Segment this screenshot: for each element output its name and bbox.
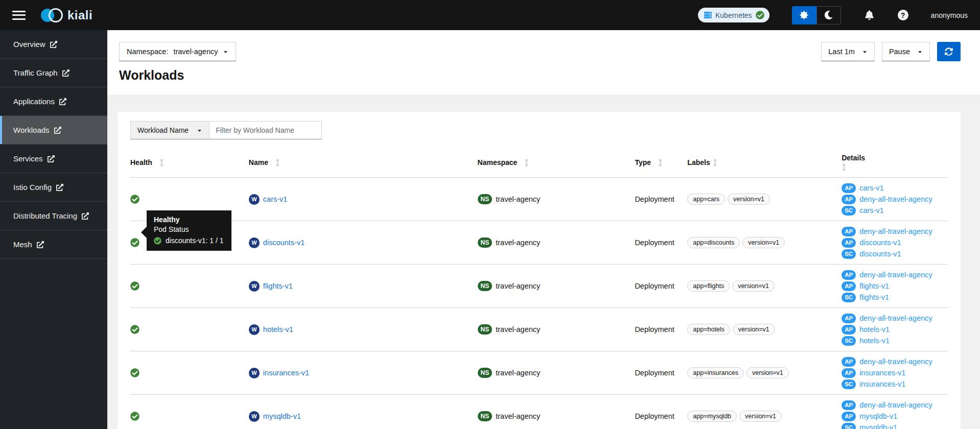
namespace-badge: NS — [478, 324, 493, 335]
health-healthy-icon[interactable] — [130, 238, 139, 247]
labels-cell: app=discountsversion=v1 — [687, 237, 842, 248]
health-healthy-icon[interactable] — [130, 368, 139, 377]
detail-line: APhotels-v1 — [842, 325, 890, 335]
detail-link[interactable]: deny-all-travel-agency — [859, 195, 932, 203]
workload-badge: W — [249, 281, 260, 292]
detail-link[interactable]: cars-v1 — [859, 184, 884, 192]
notifications-button[interactable] — [865, 10, 874, 20]
sort-icon[interactable] — [524, 159, 529, 166]
detail-line: SCdiscounts-v1 — [842, 249, 901, 259]
refresh-button[interactable] — [937, 42, 961, 61]
namespace-dropdown[interactable]: Namespace: travel-agency — [119, 42, 236, 61]
sort-icon[interactable] — [658, 159, 663, 166]
detail-link[interactable]: hotels-v1 — [859, 337, 890, 345]
authorization-policy-badge: AP — [842, 314, 856, 323]
namespace-value: travel-agency — [496, 282, 540, 290]
column-header-health[interactable]: Health — [130, 149, 249, 177]
workload-type: Deployment — [635, 239, 674, 247]
detail-link[interactable]: deny-all-travel-agency — [859, 314, 932, 322]
detail-link[interactable]: deny-all-travel-agency — [859, 271, 932, 279]
column-header-namespace[interactable]: Namespace — [478, 149, 635, 177]
sidebar-nav: Overview Traffic Graph Applications Work… — [0, 30, 107, 429]
column-header-name[interactable]: Name — [249, 149, 478, 177]
authorization-policy-badge: AP — [842, 183, 856, 193]
detail-link[interactable]: mysqldb-v1 — [859, 412, 897, 420]
workload-link[interactable]: hotels-v1 — [263, 325, 293, 333]
column-header-type[interactable]: Type — [635, 149, 687, 177]
authorization-policy-badge: AP — [842, 227, 856, 236]
caret-down-icon — [223, 49, 228, 55]
help-button[interactable]: ? — [898, 10, 908, 20]
sidecar-badge: SC — [842, 379, 856, 389]
labels-cell: app=flightsversion=v1 — [687, 280, 842, 292]
detail-link[interactable]: cars-v1 — [859, 206, 884, 214]
health-healthy-icon[interactable] — [130, 281, 139, 291]
details-cell: APdeny-all-travel-agencyAPinsurances-v1S… — [842, 357, 948, 389]
workload-link[interactable]: insurances-v1 — [263, 369, 309, 377]
detail-line: SChotels-v1 — [842, 336, 890, 346]
sort-icon[interactable] — [842, 163, 846, 171]
kiali-logo-icon — [41, 8, 64, 23]
caret-down-icon — [862, 49, 868, 55]
workload-link[interactable]: flights-v1 — [263, 282, 293, 290]
details-cell: APdeny-all-travel-agencyAPflights-v1SCfl… — [842, 270, 948, 302]
workload-type: Deployment — [635, 412, 674, 420]
sidecar-badge: SC — [842, 423, 856, 429]
sidebar-item-distributed-tracing[interactable]: Distributed Tracing — [0, 202, 107, 230]
sort-icon[interactable] — [159, 159, 164, 166]
sidebar-item-istio-config[interactable]: Istio Config — [0, 173, 107, 202]
workloads-card: Workload Name Health Name Namespace Type — [118, 112, 961, 429]
label-pill: version=v1 — [739, 411, 782, 422]
sidebar-item-services[interactable]: Services — [0, 145, 107, 173]
sort-icon[interactable] — [713, 159, 717, 166]
workload-type: Deployment — [635, 325, 674, 333]
sidebar-item-overview[interactable]: Overview — [0, 30, 107, 59]
health-healthy-icon[interactable] — [130, 412, 139, 421]
detail-link[interactable]: flights-v1 — [859, 282, 889, 290]
health-healthy-icon[interactable] — [130, 325, 139, 334]
detail-link[interactable]: insurances-v1 — [859, 380, 905, 388]
namespace-badge: NS — [478, 411, 493, 421]
duration-dropdown[interactable]: Last 1m — [821, 42, 875, 61]
detail-link[interactable]: deny-all-travel-agency — [859, 358, 932, 366]
light-theme-button[interactable] — [792, 6, 816, 25]
authorization-policy-badge: AP — [842, 325, 856, 335]
namespace-value: travel-agency — [496, 195, 540, 203]
filter-input[interactable] — [209, 121, 322, 139]
filter-type-dropdown[interactable]: Workload Name — [130, 121, 209, 139]
refresh-interval-dropdown[interactable]: Pause — [882, 42, 930, 61]
detail-link[interactable]: deny-all-travel-agency — [859, 227, 932, 235]
duration-selected: Last 1m — [828, 47, 855, 56]
health-healthy-icon[interactable] — [130, 195, 139, 204]
column-header-details[interactable]: Details — [842, 149, 948, 177]
nav-toggle-button[interactable] — [12, 10, 26, 21]
workload-link[interactable]: discounts-v1 — [263, 239, 305, 247]
detail-link[interactable]: insurances-v1 — [859, 369, 905, 377]
label-pill: app=discounts — [687, 237, 740, 248]
cluster-badge[interactable]: Kubernetes — [698, 8, 769, 22]
detail-link[interactable]: mysqldb-v1 — [859, 423, 897, 429]
dark-theme-button[interactable] — [816, 6, 841, 25]
namespace-badge: NS — [478, 368, 493, 378]
column-header-labels[interactable]: Labels — [687, 149, 842, 177]
sort-icon[interactable] — [275, 159, 280, 166]
workload-type: Deployment — [635, 282, 674, 290]
detail-link[interactable]: hotels-v1 — [859, 325, 890, 333]
tooltip-subtitle: Pod Status — [154, 225, 224, 233]
detail-link[interactable]: discounts-v1 — [859, 239, 901, 247]
label-pill: app=insurances — [687, 367, 744, 378]
authorization-policy-badge: AP — [842, 270, 856, 280]
sidebar-item-mesh[interactable]: Mesh — [0, 230, 107, 259]
detail-link[interactable]: flights-v1 — [859, 293, 889, 301]
sidebar-item-traffic-graph[interactable]: Traffic Graph — [0, 59, 107, 87]
workload-link[interactable]: mysqldb-v1 — [263, 412, 301, 420]
external-link-icon — [56, 184, 63, 191]
detail-link[interactable]: deny-all-travel-agency — [859, 401, 932, 409]
sidebar-item-applications[interactable]: Applications — [0, 87, 107, 116]
sidebar-item-workloads[interactable]: Workloads — [0, 116, 107, 145]
detail-link[interactable]: discounts-v1 — [859, 250, 901, 258]
details-cell: APdeny-all-travel-agencyAPdiscounts-v1SC… — [842, 227, 948, 259]
workload-link[interactable]: cars-v1 — [263, 195, 288, 203]
server-icon — [704, 11, 712, 19]
table-row: W discounts-v1 NS travel-agency Deployme… — [130, 221, 948, 265]
